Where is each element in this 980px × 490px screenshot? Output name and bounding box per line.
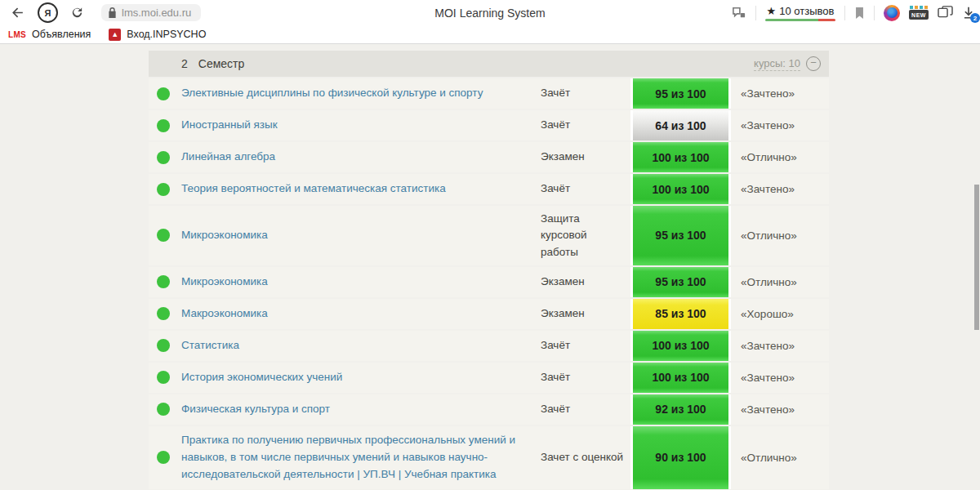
- collections-button[interactable]: [938, 6, 953, 20]
- course-link[interactable]: Физическая культура и спорт: [181, 401, 330, 418]
- score-badge: 64 из 100: [630, 110, 731, 140]
- course-row: Линейная алгебра Экзамен 100 из 100 «Отл…: [149, 142, 829, 172]
- status-dot-icon: [157, 229, 170, 242]
- course-row: Макроэкономика Экзамен 85 из 100 «Хорошо…: [149, 299, 829, 329]
- score-badge: 100 из 100: [630, 331, 731, 361]
- course-name-cell: Линейная алгебра: [181, 142, 541, 172]
- bookmark-label: Вход.INPSYCHO: [127, 29, 206, 40]
- course-status-cell: [149, 206, 181, 265]
- course-status-cell: [149, 363, 181, 393]
- score-badge: 95 из 100: [630, 267, 731, 297]
- status-dot-icon: [157, 151, 170, 164]
- bookmark-item-lms[interactable]: LMS Объявления: [8, 29, 91, 40]
- assessment-type-cell: Зачёт: [541, 78, 630, 109]
- courses-count-link[interactable]: курсы: 10: [754, 57, 800, 71]
- course-row: Элективные дисциплины по физической куль…: [149, 78, 829, 109]
- protect-button[interactable]: [732, 7, 746, 20]
- course-link[interactable]: Линейная алгебра: [181, 149, 275, 166]
- download-count-badge: 2: [970, 13, 980, 23]
- grade-result-cell: «Зачтено»: [731, 331, 829, 361]
- score-badge: 92 из 100: [630, 394, 731, 425]
- lock-icon: [108, 7, 117, 18]
- semester-label: Семестр: [198, 57, 245, 70]
- course-link[interactable]: Практика по получению первичных професси…: [181, 432, 529, 483]
- course-row: Микроэкономика Экзамен 95 из 100 «Отличн…: [149, 267, 829, 297]
- course-row: Физическая культура и спорт Зачёт 92 из …: [149, 394, 829, 425]
- assessment-type-cell: Защита курсовой работы: [541, 206, 630, 265]
- new-feature-button[interactable]: NEW: [909, 6, 929, 20]
- address-bar[interactable]: lms.moi.edu.ru: [101, 4, 201, 21]
- course-row: Микроэкономика Защита курсовой работы 95…: [149, 206, 829, 265]
- course-row: Статистика Зачёт 100 из 100 «Зачтено»: [149, 331, 829, 361]
- grade-result-cell: «Отлично»: [731, 206, 829, 265]
- status-dot-icon: [157, 87, 170, 100]
- course-name-cell: История экономических учений: [181, 363, 541, 393]
- course-link[interactable]: Микроэкономика: [181, 274, 268, 291]
- assessment-type-cell: Зачёт: [541, 331, 630, 361]
- course-link[interactable]: Микроэкономика: [181, 227, 268, 244]
- score-badge: 95 из 100: [630, 206, 731, 265]
- refresh-button[interactable]: [70, 6, 84, 20]
- page-viewport: 2 Семестр курсы: 10 − Элективные дисципл…: [0, 44, 980, 490]
- course-link[interactable]: Теория вероятностей и математическая ста…: [181, 180, 446, 198]
- bookmark-button[interactable]: [854, 7, 865, 20]
- assessment-type-cell: Зачёт: [541, 110, 630, 140]
- new-badge: NEW: [909, 10, 929, 20]
- course-status-cell: [149, 267, 181, 297]
- assessment-type-cell: Экзамен: [541, 299, 630, 329]
- url-text: lms.moi.edu.ru: [122, 7, 191, 19]
- assessment-type-cell: Зачёт: [541, 174, 630, 204]
- course-status-cell: [149, 331, 181, 361]
- semester-grades-section: 2 Семестр курсы: 10 − Элективные дисципл…: [149, 51, 829, 490]
- bookmark-label: Объявления: [32, 29, 91, 40]
- grade-result-cell: «Зачтено»: [731, 78, 829, 109]
- course-name-cell: Статистика: [181, 331, 541, 361]
- score-badge: 85 из 100: [630, 299, 731, 329]
- course-name-cell: Элективные дисциплины по физической куль…: [181, 78, 541, 109]
- assessment-type-cell: Зачёт: [541, 394, 630, 425]
- course-name-cell: Физическая культура и спорт: [181, 394, 541, 425]
- reviews-count-label: 10 отзывов: [779, 5, 834, 17]
- status-dot-icon: [157, 451, 170, 464]
- collections-icon: [938, 6, 953, 20]
- score-badge: 100 из 100: [630, 142, 731, 172]
- semester-collapse-toggle[interactable]: курсы: 10 −: [754, 56, 821, 71]
- status-dot-icon: [157, 339, 170, 352]
- course-name-cell: Микроэкономика: [181, 267, 541, 297]
- course-status-cell: [149, 299, 181, 329]
- back-button[interactable]: [10, 5, 25, 20]
- vertical-scrollbar-thumb[interactable]: [974, 185, 979, 330]
- course-name-cell: Теория вероятностей и математическая ста…: [181, 174, 541, 204]
- course-link[interactable]: Макроэкономика: [181, 305, 268, 323]
- inpsycho-favicon: ▲: [109, 29, 121, 41]
- course-link[interactable]: Статистика: [181, 337, 239, 354]
- score-badge: 100 из 100: [630, 363, 731, 393]
- grade-result-cell: «Зачтено»: [731, 363, 829, 393]
- assessment-type-cell: Экзамен: [541, 142, 630, 172]
- course-status-cell: [149, 110, 181, 140]
- grade-result-cell: «Зачтено»: [731, 394, 829, 425]
- extension-button[interactable]: [884, 5, 900, 21]
- course-link[interactable]: Иностранный язык: [181, 117, 278, 134]
- protect-icon: [732, 7, 746, 20]
- score-badge: 95 из 100: [630, 78, 731, 109]
- downloads-button[interactable]: 2: [962, 6, 975, 20]
- course-status-cell: [149, 394, 181, 425]
- bookmarks-bar: LMS Объявления ▲ Вход.INPSYCHO: [0, 25, 980, 44]
- collapse-minus-icon[interactable]: −: [806, 56, 821, 71]
- site-reviews[interactable]: ★ 10 отзывов: [765, 5, 835, 21]
- course-name-cell: Микроэкономика: [181, 206, 541, 265]
- score-badge: 100 из 100: [630, 174, 731, 204]
- bookmark-item-inpsycho[interactable]: ▲ Вход.INPSYCHO: [109, 29, 206, 41]
- course-name-cell: Практика по получению первичных професси…: [181, 426, 541, 489]
- grade-result-cell: «Отлично»: [731, 142, 829, 172]
- refresh-icon: [70, 6, 84, 20]
- assessment-type-cell: Экзамен: [541, 267, 630, 297]
- course-name-cell: Макроэкономика: [181, 299, 541, 329]
- course-link[interactable]: История экономических учений: [181, 369, 342, 386]
- yandex-button[interactable]: Я: [38, 2, 58, 23]
- course-link[interactable]: Элективные дисциплины по физической куль…: [181, 85, 483, 102]
- status-dot-icon: [157, 307, 170, 320]
- assessment-type-cell: Зачёт: [541, 363, 630, 393]
- grade-result-cell: «Хорошо»: [731, 299, 829, 329]
